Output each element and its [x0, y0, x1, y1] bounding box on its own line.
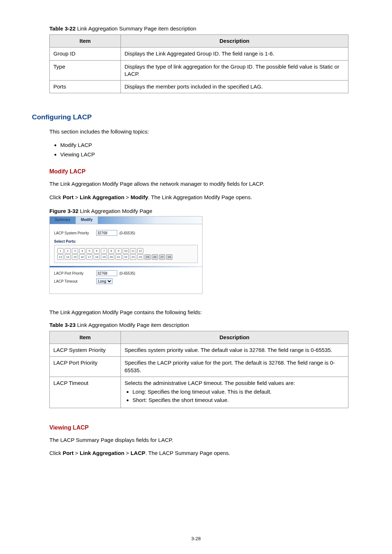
table22-h-desc: Description [121, 35, 348, 48]
table-row: LACP Timeout Selects the administrative … [50, 377, 348, 408]
t23-r2-intro: Selects the administrative LACP timeout.… [124, 379, 344, 387]
click-post: . The Link Aggregation Modify Page opens… [148, 194, 252, 200]
click-link-agg: Link Aggregation [80, 194, 124, 200]
t22-r2-item: Ports [50, 81, 121, 93]
port[interactable]: 27 [159, 254, 165, 260]
table23-h-item: Item [50, 331, 121, 344]
table22-caption-text: Link Aggregation Summary Page item descr… [77, 25, 196, 32]
click-pre: Click [49, 194, 63, 200]
tab-modify[interactable]: Modify [76, 217, 98, 224]
port[interactable]: 6 [94, 248, 100, 254]
panel-divider [50, 266, 202, 267]
t22-r0-item: Group ID [50, 48, 121, 60]
port[interactable]: 19 [101, 254, 107, 260]
vclick-sep1: > [74, 450, 80, 456]
t23-r1-item: LACP Port Priority [50, 357, 121, 377]
sys-priority-hint: (0-65535) [119, 231, 135, 235]
port[interactable]: 2 [65, 248, 71, 254]
vclick-port: Port [63, 450, 74, 456]
port-priority-input[interactable] [96, 270, 117, 276]
port[interactable]: 26 [152, 254, 158, 260]
t22-r1-item: Type [50, 60, 121, 81]
port[interactable]: 13 [57, 254, 64, 260]
timeout-label: LACP Timeout [54, 279, 94, 283]
t22-r0-desc: Displays the Link Aggregated Group ID. T… [121, 48, 348, 60]
table22-caption-label: Table 3-22 [49, 25, 75, 32]
figure32-text: Link Aggregation Modify Page [80, 208, 152, 214]
t23-r2-desc: Selects the administrative LACP timeout.… [121, 377, 348, 408]
page-number: 3-28 [191, 536, 201, 541]
port[interactable]: 25 [144, 254, 151, 260]
modify-click-path: Click Port > Link Aggregation > Modify. … [49, 193, 348, 202]
t23-r2-item: LACP Timeout [50, 377, 121, 408]
port[interactable]: 20 [108, 254, 114, 260]
port[interactable]: 17 [86, 254, 93, 260]
modify-contains-text: The Link Aggregation Modify Page contain… [49, 308, 348, 317]
port[interactable]: 7 [101, 248, 107, 254]
t22-r2-desc: Displays the member ports included in th… [121, 81, 348, 93]
ports-row-bottom: 13 14 15 16 17 18 19 20 21 22 23 24 25 2… [57, 254, 195, 260]
table22-caption: Table 3-22 Link Aggregation Summary Page… [49, 25, 348, 32]
port[interactable]: 1 [57, 248, 64, 254]
t23-r0-item: LACP System Priority [50, 344, 121, 357]
port[interactable]: 11 [130, 248, 136, 254]
figure32-label: Figure 3-32 [49, 208, 78, 214]
t22-r1-desc: Displays the type of link aggregation fo… [121, 60, 348, 81]
port[interactable]: 22 [123, 254, 129, 260]
click-modify: Modify [131, 194, 148, 200]
table23: Item Description LACP System Priority Sp… [49, 331, 348, 408]
vclick-lacp: LACP [131, 450, 146, 456]
port[interactable]: 12 [137, 248, 143, 254]
port[interactable]: 3 [72, 248, 78, 254]
t23-r1-desc: Specifies the LACP priority value for th… [121, 357, 348, 377]
port[interactable]: 15 [72, 254, 78, 260]
table23-caption-text: Link Aggregation Modify Page item descri… [77, 322, 189, 328]
table-row: Ports Displays the member ports included… [50, 81, 348, 93]
list-item: Short: Specifies the short timeout value… [132, 397, 344, 404]
port[interactable]: 4 [79, 248, 85, 254]
port[interactable]: 8 [108, 248, 114, 254]
tab-summary[interactable]: Summary [50, 217, 76, 224]
figure32-caption: Figure 3-32 Link Aggregation Modify Page [49, 208, 348, 214]
vclick-link-agg: Link Aggregation [80, 450, 124, 456]
port-priority-label: LACP Port Priority [54, 271, 94, 275]
port[interactable]: 28 [166, 254, 172, 260]
table22: Item Description Group ID Displays the L… [49, 34, 348, 93]
list-item: Modify LACP [60, 141, 348, 149]
modify-heading: Modify LACP [49, 168, 348, 175]
ports-row-top: 1 2 3 4 5 6 7 8 9 10 11 12 [57, 248, 195, 254]
table23-h-desc: Description [121, 331, 348, 344]
click-sep2: > [124, 194, 131, 200]
port[interactable]: 10 [123, 248, 129, 254]
select-ports-label: Select Ports: [54, 239, 198, 243]
port[interactable]: 24 [137, 254, 143, 260]
viewing-para1: The LACP Summary Page displays fields fo… [49, 436, 348, 444]
vclick-pre: Click [49, 450, 63, 456]
t23-r2-bullets: Long: Specifies the long timeout value. … [126, 388, 344, 404]
port[interactable]: 5 [86, 248, 93, 254]
timeout-select[interactable]: Long [96, 278, 113, 284]
table23-caption: Table 3-23 Link Aggregation Modify Page … [49, 322, 348, 328]
vclick-post: . The LACP Summary Page opens. [146, 450, 230, 456]
port[interactable]: 23 [130, 254, 136, 260]
modify-para1: The Link Aggregation Modify Page allows … [49, 180, 348, 188]
port[interactable]: 9 [115, 248, 122, 254]
click-sep1: > [74, 194, 80, 200]
port[interactable]: 16 [79, 254, 85, 260]
sys-priority-input[interactable] [96, 230, 117, 236]
tabs: Summary Modify [50, 217, 202, 224]
port[interactable]: 21 [115, 254, 122, 260]
port[interactable]: 14 [65, 254, 71, 260]
table23-caption-label: Table 3-23 [49, 322, 75, 328]
table-row: Type Displays the type of link aggregati… [50, 60, 348, 81]
table-row: LACP Port Priority Specifies the LACP pr… [50, 357, 348, 377]
vclick-sep2: > [124, 450, 131, 456]
viewing-click-path: Click Port > Link Aggregation > LACP. Th… [49, 449, 348, 457]
modify-screenshot: Summary Modify LACP System Priority (0-6… [49, 216, 203, 294]
list-item: Long: Specifies the long timeout value. … [132, 388, 344, 395]
table-row: LACP System Priority Specifies system pr… [50, 344, 348, 357]
port[interactable]: 18 [94, 254, 100, 260]
table22-h-item: Item [50, 35, 121, 48]
intro-text: This section includes the following topi… [49, 128, 348, 136]
list-item: Viewing LACP [60, 151, 348, 159]
